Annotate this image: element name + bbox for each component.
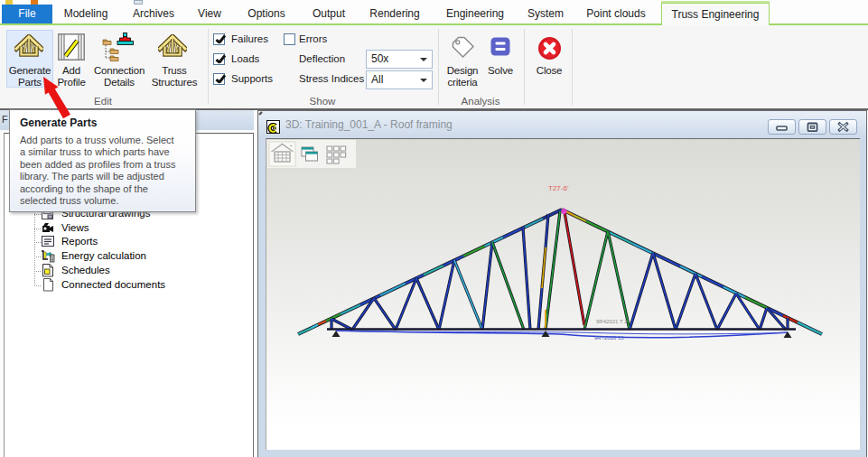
- svg-text:9R42021 T 2: 9R42021 T 2: [596, 319, 628, 324]
- svg-text:9R?2020 15: 9R?2020 15: [594, 335, 624, 340]
- svg-text:T27-6': T27-6': [548, 184, 569, 192]
